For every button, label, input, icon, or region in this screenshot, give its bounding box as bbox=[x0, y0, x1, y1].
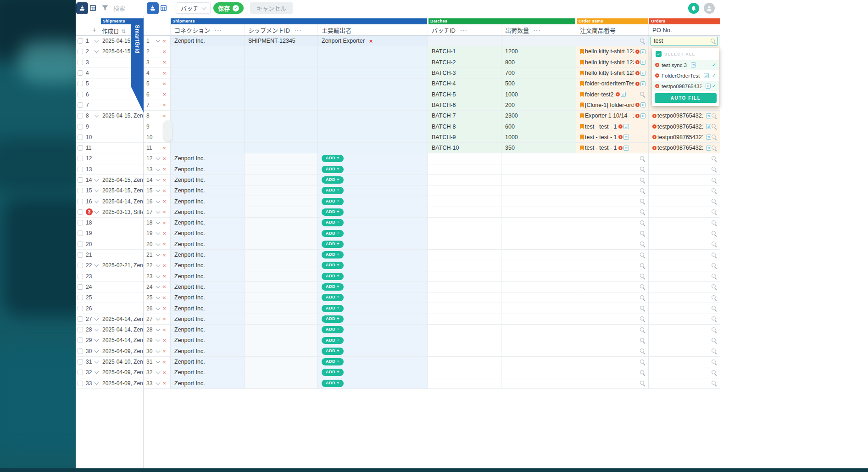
search-icon[interactable] bbox=[640, 177, 645, 183]
cell-quantity[interactable] bbox=[501, 346, 576, 357]
cell-quantity[interactable]: 700 bbox=[501, 68, 576, 79]
chevron-down-icon[interactable] bbox=[94, 51, 99, 52]
cell-batch-id[interactable] bbox=[428, 207, 501, 218]
cell-exporter[interactable]: Zenport Exporter bbox=[318, 36, 428, 46]
cell-batch-id[interactable] bbox=[428, 282, 501, 292]
row-checkbox[interactable] bbox=[78, 263, 83, 268]
chevron-down-icon[interactable] bbox=[94, 361, 99, 363]
add-button[interactable]: ADD + bbox=[322, 348, 344, 355]
cell-order-item[interactable] bbox=[576, 346, 649, 357]
cell-quantity[interactable]: 500 bbox=[501, 79, 576, 89]
cell-shipment-id[interactable] bbox=[245, 325, 318, 335]
search-icon[interactable] bbox=[711, 156, 717, 162]
cell-po-no[interactable] bbox=[649, 271, 720, 282]
cell-batch-id[interactable]: BATCH-4 bbox=[428, 79, 501, 89]
chevron-down-icon[interactable] bbox=[156, 350, 161, 352]
search-icon[interactable] bbox=[640, 166, 645, 172]
cell-shipment-id[interactable] bbox=[245, 164, 318, 175]
cell-quantity[interactable] bbox=[501, 239, 576, 250]
cell-batch-id[interactable] bbox=[428, 250, 501, 260]
search-input[interactable] bbox=[113, 3, 144, 14]
add-button[interactable]: ADD + bbox=[322, 176, 344, 184]
cell-order-item[interactable] bbox=[576, 218, 649, 228]
cell-po-no[interactable] bbox=[649, 260, 720, 271]
header-exporter[interactable]: 主要輸出者 bbox=[318, 24, 428, 35]
row-checkbox[interactable] bbox=[78, 327, 83, 332]
cell-shipment-id[interactable] bbox=[245, 153, 318, 164]
row-checkbox[interactable] bbox=[78, 49, 83, 54]
chevron-down-icon[interactable] bbox=[156, 169, 161, 170]
cell-po-no[interactable]: testpo0987654321zi bbox=[649, 121, 720, 132]
remove-row-icon[interactable] bbox=[162, 177, 166, 183]
cell-connection[interactable]: Zenport Inc. bbox=[171, 335, 245, 346]
remove-row-icon[interactable] bbox=[162, 348, 166, 354]
add-button[interactable]: ADD + bbox=[322, 208, 344, 216]
row-checkbox[interactable] bbox=[78, 113, 83, 118]
shipment-view-button[interactable] bbox=[76, 2, 88, 14]
cell-order-item[interactable]: hello kitty t-shirt 12345zi bbox=[576, 57, 649, 68]
grid-view-icon[interactable] bbox=[90, 5, 96, 11]
cell-connection[interactable]: Zenport Inc. bbox=[171, 239, 245, 250]
cell-order-item[interactable] bbox=[576, 367, 649, 378]
created-date-header[interactable]: 作成日 bbox=[102, 27, 126, 35]
cell-order-item[interactable]: [Clone-1] folder-orderItemzi bbox=[576, 100, 649, 111]
row-checkbox[interactable] bbox=[78, 306, 83, 311]
cell-batch-id[interactable] bbox=[428, 36, 501, 46]
cell-batch-id[interactable]: BATCH-3 bbox=[428, 68, 501, 79]
cell-po-no[interactable] bbox=[649, 175, 720, 185]
cell-shipment-id[interactable] bbox=[245, 335, 318, 346]
row-checkbox[interactable] bbox=[78, 230, 83, 236]
cell-exporter[interactable] bbox=[318, 100, 428, 111]
cell-connection[interactable]: Zenport Inc. bbox=[171, 164, 245, 175]
chevron-down-icon[interactable] bbox=[156, 371, 161, 373]
chevron-down-icon[interactable] bbox=[156, 211, 161, 213]
cell-order-item[interactable] bbox=[576, 260, 649, 271]
cell-order-item[interactable]: Exporter 1 10/14 - 123444 -zi bbox=[576, 111, 649, 121]
row-checkbox[interactable] bbox=[78, 252, 83, 258]
add-button[interactable]: ADD + bbox=[322, 369, 344, 376]
search-icon[interactable] bbox=[640, 273, 645, 279]
cell-exporter[interactable] bbox=[318, 89, 428, 100]
add-button[interactable]: ADD + bbox=[322, 337, 344, 344]
cell-order-item[interactable] bbox=[576, 175, 649, 185]
cell-exporter[interactable]: ADD + bbox=[318, 292, 428, 303]
column-menu-icon[interactable] bbox=[460, 27, 467, 34]
cell-shipment-id[interactable] bbox=[245, 132, 318, 143]
sort-icon[interactable] bbox=[122, 28, 126, 34]
header-po-no[interactable]: PO No. bbox=[649, 24, 720, 35]
remove-exporter-icon[interactable] bbox=[369, 38, 373, 45]
cell-shipment-id[interactable] bbox=[245, 303, 318, 314]
remove-row-icon[interactable] bbox=[162, 209, 166, 215]
add-button[interactable]: ADD + bbox=[322, 283, 344, 291]
cell-shipment-id[interactable] bbox=[245, 250, 318, 260]
remove-row-icon[interactable] bbox=[162, 166, 166, 172]
cell-quantity[interactable] bbox=[501, 228, 576, 239]
cell-po-no[interactable] bbox=[649, 357, 720, 367]
cell-shipment-id[interactable] bbox=[245, 292, 318, 303]
chevron-down-icon[interactable] bbox=[156, 275, 161, 277]
cell-po-no[interactable] bbox=[649, 314, 720, 325]
search-icon[interactable] bbox=[710, 38, 716, 44]
search-icon[interactable] bbox=[711, 177, 717, 183]
cell-order-item[interactable]: hello kitty t-shirt 12345zi bbox=[576, 46, 649, 57]
scrollbar-thumb[interactable] bbox=[163, 120, 172, 141]
cell-exporter[interactable] bbox=[318, 132, 428, 143]
chevron-down-icon[interactable] bbox=[156, 339, 161, 341]
cell-shipment-id[interactable] bbox=[245, 282, 318, 292]
remove-row-icon[interactable] bbox=[162, 49, 166, 55]
search-icon[interactable] bbox=[711, 327, 717, 333]
cell-exporter[interactable]: ADD + bbox=[318, 271, 428, 282]
cell-batch-id[interactable]: BATCH-7 bbox=[428, 111, 501, 121]
chevron-down-icon[interactable] bbox=[156, 201, 161, 202]
remove-row-icon[interactable] bbox=[162, 91, 166, 97]
cell-shipment-id[interactable] bbox=[245, 346, 318, 357]
remove-row-icon[interactable] bbox=[162, 305, 166, 311]
cell-batch-id[interactable] bbox=[428, 335, 501, 346]
row-checkbox[interactable] bbox=[78, 92, 83, 97]
cell-shipment-id[interactable] bbox=[245, 357, 318, 367]
add-button[interactable]: ADD + bbox=[322, 315, 344, 323]
cell-exporter[interactable]: ADD + bbox=[318, 357, 428, 367]
cell-shipment-id[interactable] bbox=[245, 218, 318, 228]
cell-shipment-id[interactable] bbox=[245, 79, 318, 89]
avatar[interactable] bbox=[704, 3, 715, 14]
